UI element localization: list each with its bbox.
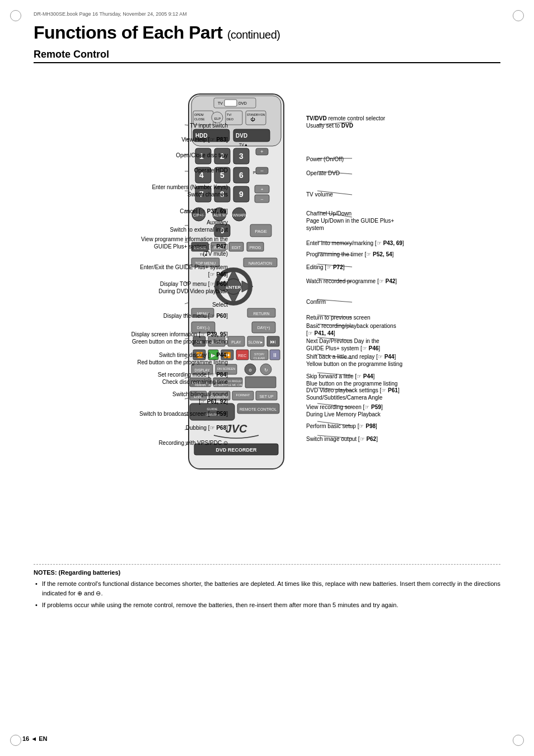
svg-text:DEO: DEO — [227, 118, 234, 121]
svg-rect-163 — [245, 377, 276, 388]
page-title: Functions of Each Part (continued) — [34, 22, 500, 43]
lbl-view-recording-screen: View recording screen [☞ P59]During Live… — [306, 403, 435, 418]
lbl-set-recording: Set recording mode [☞ P84]Check disc rem… — [119, 371, 228, 386]
svg-text:–: – — [260, 168, 263, 173]
svg-text:STOP/: STOP/ — [254, 353, 264, 356]
svg-text:+: + — [260, 149, 263, 154]
lbl-programming-timer: Programming the timer [☞ P52, 54] — [306, 251, 435, 258]
svg-text:SLOW►: SLOW► — [248, 340, 264, 344]
lbl-display-top: Display TOP menu [☞ P60]During DVD Video… — [119, 280, 228, 295]
lbl-switch-broadcast: Switch to broadcast screen [☞ P59] — [119, 410, 228, 417]
notes-title: NOTES: (Regarding batteries) — [34, 569, 500, 576]
svg-text:PROG: PROG — [250, 246, 261, 250]
svg-text:ENTER: ENTER — [226, 285, 241, 290]
lbl-view-programme: View programme information in theGUIDE P… — [119, 236, 228, 257]
title-main: Functions of Each Part — [34, 22, 222, 43]
svg-text:9: 9 — [239, 190, 243, 199]
lbl-view-help: View Help [☞ P83] — [127, 136, 228, 143]
lbl-dubbing: Dubbing [☞ P68] — [127, 424, 228, 431]
svg-text:SET UP: SET UP — [259, 395, 273, 398]
svg-text:DVD: DVD — [238, 101, 247, 105]
lbl-basic-recording: Basic recording/playback operations[☞ P4… — [306, 322, 435, 337]
svg-text:RETURN: RETURN — [253, 312, 269, 316]
svg-text:EDIT: EDIT — [232, 246, 241, 250]
note-item-2: If problems occur while using the remote… — [34, 600, 500, 610]
lbl-display-menu: Display the menu [☞ P60] — [119, 312, 228, 320]
diagram-area: TV DVD OPEN/ CLOSE ELP ? TV/ DEO STANDBY… — [21, 69, 513, 556]
svg-text:TV/: TV/ — [227, 113, 232, 116]
lbl-return-previous: Return to previous screen — [306, 314, 418, 321]
svg-text:DVD RECORDER: DVD RECORDER — [216, 447, 257, 453]
lbl-tv-dvd-selector: TV/DVD remote control selectorUsually se… — [306, 115, 429, 129]
svg-text:DVD: DVD — [236, 133, 247, 139]
svg-text:ON SCREEN: ON SCREEN — [217, 367, 236, 370]
svg-text:PAGE: PAGE — [255, 229, 267, 234]
notes-list: If the remote control's functional dista… — [34, 579, 500, 610]
lbl-switch-image-output: Switch image output [☞ P62] — [306, 435, 435, 443]
svg-text:↻: ↻ — [264, 368, 268, 373]
lbl-channel-updown: Channel Up/DownPage Up/Down in the GUIDE… — [306, 210, 429, 232]
svg-text:ELP: ELP — [214, 117, 221, 120]
corner-mark-tl — [10, 10, 21, 21]
svg-text:FWMARK: FWMARK — [230, 213, 247, 217]
svg-text:STANDBY/ON: STANDBY/ON — [247, 113, 265, 116]
lbl-dvd-video-playback: DVD Video playback settings [☞ P61]Sound… — [306, 387, 435, 401]
lbl-tv-volume: TV volume — [306, 191, 418, 198]
svg-text:TV▲: TV▲ — [239, 143, 248, 147]
page-container: DR-MH300SE.book Page 16 Thursday, Novemb… — [0, 0, 534, 756]
section-heading: Remote Control — [34, 49, 500, 63]
svg-text:+: + — [261, 187, 264, 192]
lbl-perform-basic-setup: Perform basic setup [☞ P98] — [306, 422, 435, 430]
lbl-watch-recorded: Watch recorded programme [☞ P42] — [306, 278, 435, 285]
lbl-display-screen-info: Display screen information [☞ P39, 95]Gr… — [119, 331, 228, 345]
svg-text:DAY(–): DAY(–) — [197, 326, 209, 330]
svg-text:3: 3 — [239, 152, 243, 161]
svg-rect-42 — [224, 100, 237, 106]
lbl-operate-hdd: Operate HDD — [127, 167, 228, 174]
corner-mark-tr — [513, 10, 524, 21]
lbl-skip-forward: Skip forward a little [☞ P44]Blue button… — [306, 373, 435, 387]
lbl-cancel: Cancel [☞ P37, 69] — [127, 208, 228, 215]
page-number: 16 ◄ EN — [22, 735, 48, 742]
svg-text:⏻: ⏻ — [250, 117, 255, 122]
lbl-next-day: Next Day/Previous Day in theGUIDE Plus+ … — [306, 337, 435, 352]
svg-text:REMOTE CONTROL: REMOTE CONTROL — [240, 407, 277, 411]
svg-text:–: – — [261, 196, 264, 201]
svg-text:FORMAT: FORMAT — [236, 393, 250, 397]
lbl-switch-bilingual: Switch bilingual sound[☞ P61, 92] — [127, 391, 228, 405]
lbl-select: Select — [127, 301, 228, 308]
svg-text:PLAY: PLAY — [231, 340, 241, 344]
lbl-enter-memory: Enter into memory/marking [☞ P43, 69] — [306, 240, 435, 247]
svg-text:JVC: JVC — [226, 422, 247, 435]
svg-text:⏸: ⏸ — [272, 352, 278, 358]
notes-section: NOTES: (Regarding batteries) If the remo… — [34, 564, 500, 610]
svg-text:OPEN/: OPEN/ — [194, 113, 204, 116]
svg-text:NAVIGATION: NAVIGATION — [249, 261, 272, 265]
svg-text:⚙: ⚙ — [249, 368, 252, 372]
lbl-shift-back: Shift back a little and replay [☞ P44]Ye… — [306, 353, 435, 368]
lbl-editing: Editing [☞ P72] — [306, 264, 418, 271]
svg-text:CLEAR: CLEAR — [254, 356, 265, 360]
lbl-open-close: Open/Close disc tray — [127, 152, 228, 159]
title-continued: (continued) — [227, 29, 280, 41]
lbl-operate-dvd: Operate DVD — [306, 170, 418, 177]
svg-text:TV: TV — [218, 101, 223, 105]
svg-text:DAY(+): DAY(+) — [257, 326, 270, 330]
lbl-enter-exit-guide: Enter/Exit the GUIDE Plus+ system[☞ P46] — [119, 264, 228, 278]
lbl-confirm: Confirm — [306, 298, 418, 306]
lbl-enter-numbers: Enter numbers (Number Keys)Switch channe… — [119, 184, 228, 198]
file-info: DR-MH300SE.book Page 16 Thursday, Novemb… — [34, 11, 517, 17]
corner-mark-bl — [10, 735, 21, 746]
svg-text:6: 6 — [239, 171, 243, 180]
lbl-switch-time: Switch time display [☞ P44]Red button on… — [119, 351, 228, 366]
svg-text:REC: REC — [238, 354, 247, 358]
lbl-recording-vps: Recording with VPS/PDC ⊙ — [119, 439, 228, 447]
lbl-tv-input: TV input switch — [127, 122, 228, 129]
note-item-1: If the remote control's functional dista… — [34, 579, 500, 598]
svg-text:⏭: ⏭ — [270, 339, 276, 345]
lbl-power: Power (On/Off) — [306, 156, 418, 163]
svg-text:CLOSE: CLOSE — [194, 118, 205, 121]
lbl-auxiliary: AuxiliarySwitch to external input — [127, 219, 228, 233]
corner-mark-br — [513, 735, 524, 746]
